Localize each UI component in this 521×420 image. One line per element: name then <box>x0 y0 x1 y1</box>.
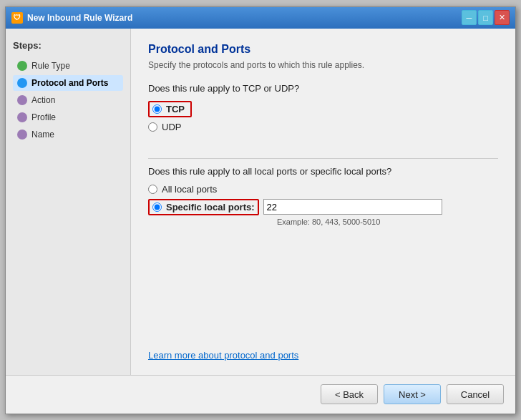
link-area: Learn more about protocol and ports <box>148 336 498 361</box>
steps-label: Steps: <box>13 40 123 51</box>
sidebar-item-rule-type[interactable]: Rule Type <box>13 58 123 74</box>
window-icon: 🛡 <box>11 12 23 24</box>
specific-ports-row: Specific local ports: <box>148 199 498 215</box>
udp-option[interactable]: UDP <box>148 122 498 132</box>
tcp-option[interactable]: TCP <box>148 101 498 117</box>
window-title: New Inbound Rule Wizard <box>27 13 132 23</box>
all-local-option[interactable]: All local ports <box>148 184 498 195</box>
udp-label[interactable]: UDP <box>162 122 181 132</box>
back-button[interactable]: < Back <box>321 384 378 404</box>
step-dot-action <box>17 95 27 105</box>
panel-subtitle: Specify the protocols and ports to which… <box>148 60 498 70</box>
cancel-button[interactable]: Cancel <box>447 384 504 404</box>
specific-ports-box: Specific local ports: <box>148 199 259 215</box>
sidebar-item-action[interactable]: Action <box>13 92 123 108</box>
step-label-profile: Profile <box>31 112 56 122</box>
all-local-label[interactable]: All local ports <box>162 184 217 195</box>
footer: < Back Next > Cancel <box>6 375 515 414</box>
port-input[interactable] <box>263 199 442 215</box>
sidebar: Steps: Rule Type Protocol and Ports Acti… <box>6 29 131 375</box>
content-area: Steps: Rule Type Protocol and Ports Acti… <box>6 29 515 375</box>
ports-radio-group: All local ports Specific local ports: Ex… <box>148 184 498 226</box>
title-bar-controls: ─ □ ✕ <box>462 10 510 25</box>
step-label-action: Action <box>31 95 55 105</box>
step-dot-protocol-ports <box>17 78 27 88</box>
maximize-button[interactable]: □ <box>478 10 493 25</box>
next-button[interactable]: Next > <box>384 384 441 404</box>
step-dot-profile <box>17 112 27 122</box>
sidebar-item-profile[interactable]: Profile <box>13 109 123 125</box>
title-bar-left: 🛡 New Inbound Rule Wizard <box>11 12 132 24</box>
all-local-radio[interactable] <box>148 185 157 194</box>
tcp-label[interactable]: TCP <box>166 104 185 114</box>
example-text: Example: 80, 443, 5000-5010 <box>277 218 498 226</box>
ports-question: Does this rule apply to all local ports … <box>148 166 498 177</box>
panel-title: Protocol and Ports <box>148 43 498 56</box>
specific-local-radio[interactable] <box>152 202 162 212</box>
step-label-rule-type: Rule Type <box>31 61 70 71</box>
specific-local-label[interactable]: Specific local ports: <box>166 202 255 213</box>
tcp-box: TCP <box>148 101 192 117</box>
main-panel: Protocol and Ports Specify the protocols… <box>131 29 515 375</box>
step-label-protocol-ports: Protocol and Ports <box>31 78 108 88</box>
step-dot-rule-type <box>17 61 27 71</box>
tcp-radio[interactable] <box>152 104 162 114</box>
step-dot-name <box>17 130 27 140</box>
wizard-window: 🛡 New Inbound Rule Wizard ─ □ ✕ Steps: R… <box>5 6 516 414</box>
learn-more-link[interactable]: Learn more about protocol and ports <box>148 350 298 361</box>
protocol-radio-group: TCP UDP <box>148 101 498 137</box>
sidebar-item-protocol-ports[interactable]: Protocol and Ports <box>13 75 123 91</box>
separator <box>148 158 498 159</box>
sidebar-item-name[interactable]: Name <box>13 127 123 142</box>
title-bar: 🛡 New Inbound Rule Wizard ─ □ ✕ <box>6 7 515 29</box>
protocol-question: Does this rule apply to TCP or UDP? <box>148 83 498 94</box>
udp-radio[interactable] <box>148 122 157 132</box>
step-label-name: Name <box>31 130 54 140</box>
close-button[interactable]: ✕ <box>495 10 510 25</box>
minimize-button[interactable]: ─ <box>462 10 477 25</box>
